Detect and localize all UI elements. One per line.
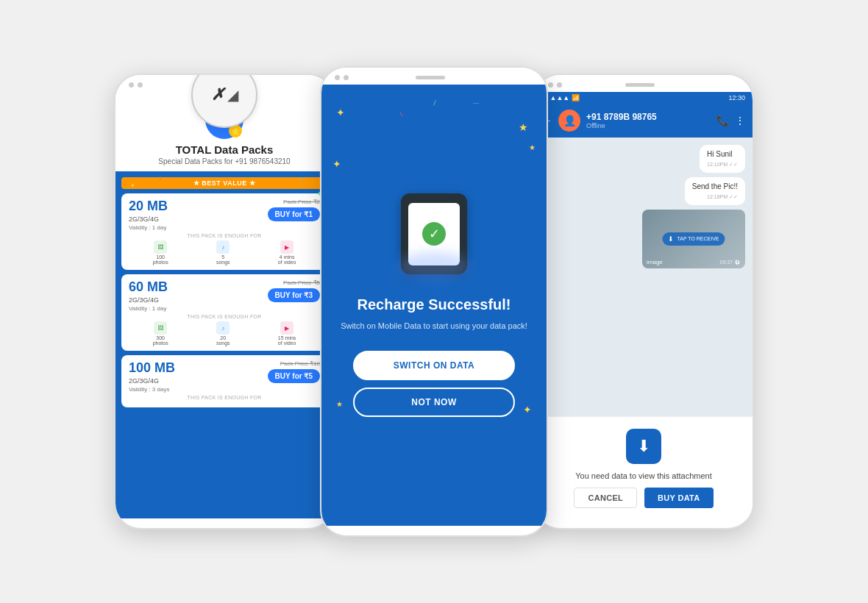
phone-left: ✗ ◢ 1K ⭐ TOTAL Data Packs Special Data P… bbox=[114, 74, 335, 529]
pack3-type: 2G/3G/4G bbox=[129, 377, 175, 385]
buy-data-button[interactable]: BUY DATA bbox=[644, 488, 713, 508]
pack2-icons-row: 🖼 300 photos ♪ 20 songs ▶ 15 mins o bbox=[129, 321, 320, 346]
pack1-orig-price: Pack Price ₹2 bbox=[283, 199, 320, 205]
songs-count: 5 bbox=[221, 254, 224, 260]
chat-messages: Hi Sunil 12:10PM ✓✓ Send the Pic!! 12:18… bbox=[535, 138, 753, 416]
star5: ★ bbox=[336, 400, 343, 408]
video-count: 4 mins bbox=[280, 254, 295, 260]
dot4 bbox=[344, 75, 349, 80]
pack-card-3: 100 MB 2G/3G/4G Pack Price ₹10 BUY for ₹… bbox=[121, 355, 327, 407]
phone2-content: ✦ ★ ✦ ★ ★ ✦ | | — ✓ Recharge Successful!… bbox=[321, 85, 547, 526]
camera-dots2 bbox=[335, 75, 349, 80]
pack1-enough: THIS PACK IS ENOUGH FOR bbox=[129, 233, 320, 238]
pack2-type: 2G/3G/4G bbox=[129, 296, 168, 304]
phone-top-right bbox=[535, 75, 753, 92]
pack3-validity: Validity : 3 days bbox=[129, 386, 320, 393]
recharge-subtitle: Switch on Mobile Data to start using you… bbox=[341, 321, 527, 332]
conf-line2: | bbox=[399, 110, 403, 117]
dot6 bbox=[557, 82, 562, 88]
pack2-enough: THIS PACK IS ENOUGH FOR bbox=[129, 314, 320, 319]
dot1 bbox=[129, 82, 134, 88]
dot3 bbox=[335, 75, 340, 80]
check-circle: ✓ bbox=[422, 222, 446, 246]
photos-icon2: 🖼 bbox=[154, 321, 167, 335]
songs-icon2: ♪ bbox=[216, 321, 230, 335]
status-bar: ✳ ▲▲▲ 📶 12:30 bbox=[535, 92, 753, 104]
contact-name: +91 8789B 98765 bbox=[586, 112, 711, 122]
call-icon[interactable]: 📞 bbox=[716, 115, 729, 126]
bottom-sheet: ⬇ You need data to view this attachment … bbox=[535, 416, 753, 518]
best-value-badge: ★ BEST VALUE ★ bbox=[121, 177, 327, 189]
pack2-buy-btn[interactable]: BUY for ₹3 bbox=[268, 288, 320, 302]
media-label: image bbox=[647, 259, 663, 265]
photos-count: 100 bbox=[156, 254, 165, 260]
media-time: 09:37 🕐 bbox=[720, 260, 741, 265]
recharge-title: Recharge Successful! bbox=[357, 296, 511, 313]
msg2-text: Send the Pic!! bbox=[692, 182, 738, 190]
pack2-validity: Validity : 1 day bbox=[129, 305, 320, 312]
pack2-orig-price: Pack Price ₹5 bbox=[283, 279, 320, 286]
songs-label2: songs bbox=[216, 340, 230, 346]
more-icon[interactable]: ⋮ bbox=[735, 115, 745, 126]
glow bbox=[397, 252, 471, 282]
pack3-mb: 100 MB bbox=[129, 360, 175, 376]
chat-action-icons: 📞 ⋮ bbox=[716, 115, 745, 126]
pack1-buy-btn[interactable]: BUY for ₹1 bbox=[268, 207, 320, 221]
phone1-body: ✦ ✦ | | ★ BEST VALUE ★ 20 MB 2G/3G/4G Pa… bbox=[115, 171, 333, 518]
tap-to-receive[interactable]: ⬇ TAP TO RECEIVE bbox=[662, 232, 725, 246]
video-count2: 15 mins bbox=[278, 335, 296, 340]
star2: ★ bbox=[519, 121, 528, 133]
download-icon-box: ⬇ bbox=[626, 429, 661, 464]
pack1-mb: 20 MB bbox=[129, 199, 168, 214]
video-label2: of video bbox=[278, 340, 296, 346]
photos-icon: 🖼 bbox=[154, 240, 167, 254]
message-2: Send the Pic!! 12:18PM ✓✓ bbox=[685, 177, 745, 205]
phone3-content: ✳ ▲▲▲ 📶 12:30 ← 👤 +91 8789B 98765 Offlin… bbox=[535, 92, 753, 518]
media-card[interactable]: ⬇ TAP TO RECEIVE image 09:37 🕐 bbox=[642, 210, 745, 268]
phone-right: ✳ ▲▲▲ 📶 12:30 ← 👤 +91 8789B 98765 Offlin… bbox=[533, 74, 754, 529]
pack-card-2: 60 MB 2G/3G/4G Pack Price ₹5 BUY for ₹3 … bbox=[121, 274, 327, 351]
clock-icon: 🕐 bbox=[734, 260, 741, 265]
phone-center: ✦ ★ ✦ ★ ★ ✦ | | — ✓ Recharge Successful!… bbox=[320, 66, 548, 537]
switch-on-data-btn[interactable]: SWITCH ON DATA bbox=[353, 351, 515, 380]
dot2 bbox=[138, 82, 143, 88]
signal-icon: ◢ bbox=[227, 86, 238, 104]
video-icon: ▶ bbox=[280, 240, 294, 254]
photos-label2: photos bbox=[153, 340, 168, 346]
contact-status: Offline bbox=[586, 122, 711, 129]
logo-icon: ✗ bbox=[211, 85, 224, 104]
pack-card-1: 20 MB 2G/3G/4G Pack Price ₹2 BUY for ₹1 … bbox=[121, 193, 327, 270]
phone-top-center bbox=[321, 68, 547, 85]
phones-container: ✗ ◢ 1K ⭐ TOTAL Data Packs Special Data P… bbox=[29, 66, 839, 537]
camera-dots bbox=[129, 82, 143, 88]
chat-avatar: 👤 bbox=[558, 110, 580, 132]
pack1-icons-row: 🖼 100 photos ♪ 5 songs ▶ 4 mins of bbox=[129, 240, 320, 265]
songs-label: songs bbox=[216, 260, 230, 265]
photos-count2: 300 bbox=[156, 335, 165, 340]
photos-label: photos bbox=[153, 260, 168, 265]
speaker3 bbox=[625, 83, 655, 87]
phone-graphic: ✓ bbox=[401, 193, 467, 274]
star6: ✦ bbox=[523, 404, 532, 415]
star4: ★ bbox=[529, 143, 536, 151]
download-icon: ⬇ bbox=[637, 437, 650, 456]
video-icon2: ▶ bbox=[280, 321, 294, 335]
pack1-type: 2G/3G/4G bbox=[129, 215, 168, 223]
msg1-text: Hi Sunil bbox=[707, 150, 732, 158]
phone1-subtitle: Special Data Packs for +91 9876543210 bbox=[158, 157, 290, 165]
bottom-sheet-buttons: CANCEL BUY DATA bbox=[545, 488, 742, 508]
download-arrow: ⬇ bbox=[668, 235, 674, 243]
pack3-enough: THIS PACK IS ENOUGH FOR bbox=[129, 395, 320, 400]
cancel-button[interactable]: CANCEL bbox=[574, 488, 637, 508]
pack2-mb: 60 MB bbox=[129, 279, 168, 295]
pack3-buy-btn[interactable]: BUY for ₹5 bbox=[268, 369, 320, 383]
video-label: of video bbox=[278, 260, 296, 265]
star3: ✦ bbox=[332, 158, 341, 170]
phone1-content: 1K ⭐ TOTAL Data Packs Special Data Packs… bbox=[115, 92, 333, 518]
msg2-time: 12:18PM ✓✓ bbox=[692, 193, 738, 201]
confetti1: ✦ bbox=[130, 182, 135, 189]
pack3-orig-price: Pack Price ₹10 bbox=[280, 360, 320, 367]
not-now-btn[interactable]: NOT NOW bbox=[353, 388, 515, 417]
conf-line1: | bbox=[433, 99, 437, 106]
songs-icon: ♪ bbox=[216, 240, 230, 254]
